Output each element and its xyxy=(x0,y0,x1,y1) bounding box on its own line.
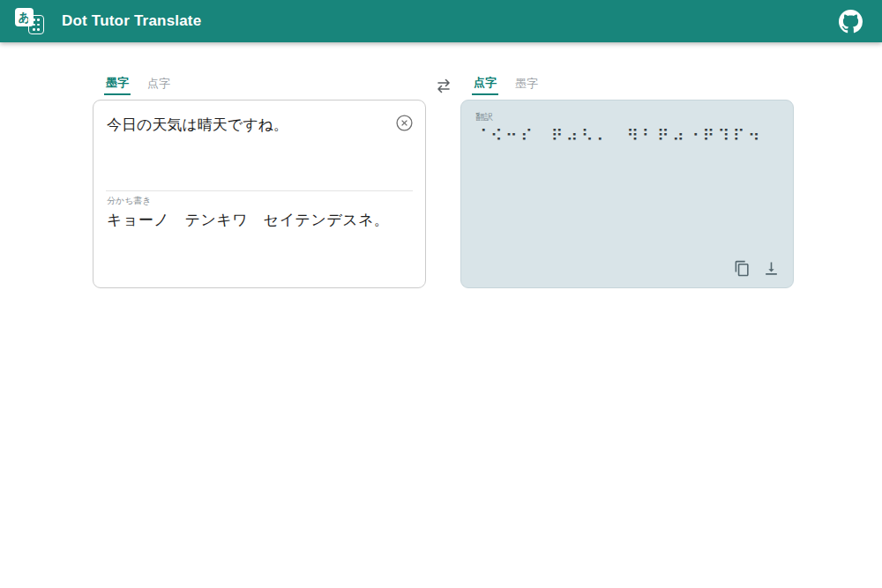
output-actions xyxy=(734,259,781,277)
wakachigaki-text: キョーノ テンキワ セイテンデスネ。 xyxy=(107,210,412,230)
tab-sumiji-source[interactable]: 墨字 xyxy=(104,76,131,95)
github-link[interactable] xyxy=(838,9,863,33)
braille-dot xyxy=(33,28,35,31)
clear-circle-x-icon xyxy=(395,114,414,132)
clear-input-button[interactable] xyxy=(395,114,414,132)
source-panel: 墨字 点字 今日の天気は晴天ですね。 分かち書き キョーノ テンキワ セイテンデ… xyxy=(93,76,426,288)
braille-dot xyxy=(33,24,35,26)
tab-tenji-source[interactable]: 点字 xyxy=(146,76,172,95)
braille-dot xyxy=(33,19,35,21)
tab-sumiji-output[interactable]: 墨字 xyxy=(513,76,540,95)
copy-icon xyxy=(734,260,751,277)
tab-tenji-output[interactable]: 点字 xyxy=(472,76,498,95)
logo-braille-square xyxy=(28,15,44,34)
source-card: 今日の天気は晴天ですね。 分かち書き キョーノ テンキワ セイテンデスネ。 xyxy=(93,100,426,288)
app-header: あ Dot Tutor Translate xyxy=(0,0,882,42)
swap-direction-button[interactable] xyxy=(434,77,455,94)
wakachigaki-label: 分かち書き xyxy=(107,195,412,207)
braille-dot xyxy=(37,24,40,26)
swap-horizontal-icon xyxy=(434,78,455,93)
source-tabs: 墨字 点字 xyxy=(93,76,426,95)
download-button[interactable] xyxy=(763,259,781,277)
source-text-input[interactable]: 今日の天気は晴天ですね。 xyxy=(93,100,425,190)
copy-button[interactable] xyxy=(734,259,751,277)
braille-dot xyxy=(37,19,40,21)
output-card: 翻訳 ⠈⠪⠒⠎⠀⠟⠴⠣⠄⠀⠻⠃⠟⠴⠐⠟⠹⠏⠲ xyxy=(460,100,794,288)
output-tabs: 点字 墨字 xyxy=(460,76,794,95)
app: あ Dot Tutor Translate xyxy=(0,0,882,588)
braille-dot xyxy=(37,28,40,31)
download-icon xyxy=(763,260,781,277)
app-logo-icon: あ xyxy=(14,4,49,38)
braille-output-text: ⠈⠪⠒⠎⠀⠟⠴⠣⠄⠀⠻⠃⠟⠴⠐⠟⠹⠏⠲ xyxy=(475,126,779,145)
wakachigaki-section: 分かち書き キョーノ テンキワ セイテンデスネ。 xyxy=(106,190,413,230)
output-panel: 点字 墨字 翻訳 ⠈⠪⠒⠎⠀⠟⠴⠣⠄⠀⠻⠃⠟⠴⠐⠟⠹⠏⠲ xyxy=(460,76,794,288)
translation-label: 翻訳 xyxy=(475,111,779,123)
github-icon xyxy=(839,10,863,33)
app-title: Dot Tutor Translate xyxy=(62,12,201,30)
